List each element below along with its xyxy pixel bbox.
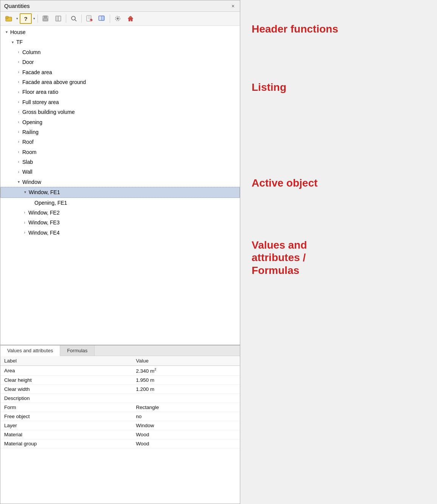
tree-item-window-fe3[interactable]: ›Window, FE3 [0, 218, 240, 227]
tree-item-facade-area-above[interactable]: ›Facade area above ground [0, 77, 240, 87]
row-value: Wood [132, 430, 240, 439]
svg-rect-25 [129, 16, 132, 18]
collapse-icon[interactable]: ▾ [16, 179, 22, 185]
expand-icon[interactable]: › [16, 89, 22, 95]
svg-rect-6 [43, 19, 48, 20]
row-label: Free object [0, 412, 132, 421]
tree-item-slab[interactable]: ›Slab [0, 157, 240, 167]
folder-button[interactable] [3, 13, 15, 24]
tree-item-full-storey-area[interactable]: ›Full storey area [0, 97, 240, 107]
tree-item-room[interactable]: ›Room [0, 147, 240, 157]
table-row: LayerWindow [0, 421, 240, 430]
tree-item-roof[interactable]: ›Roof [0, 137, 240, 147]
toolbar: ▾ ? ▾ [0, 12, 240, 26]
help-button[interactable]: ? [20, 13, 32, 24]
expand-icon[interactable]: › [16, 69, 22, 75]
report-button[interactable]: § [83, 13, 95, 24]
tree-item-tf[interactable]: ▾TF [0, 37, 240, 47]
tree-item-gross-building-volume[interactable]: ›Gross building volume [0, 107, 240, 117]
table-row: Area2.340 m2 [0, 366, 240, 376]
tree-container[interactable]: ▾House▾TF›Column›Door›Facade area›Facade… [0, 26, 240, 345]
expand-icon[interactable]: › [22, 230, 28, 236]
table-row: Clear height1.950 m [0, 375, 240, 384]
expand-icon[interactable]: › [22, 220, 28, 226]
expand-icon[interactable]: › [22, 210, 28, 216]
values-table-container[interactable]: Label Value Area2.340 m2Clear height1.95… [0, 356, 240, 504]
tree-item-label: Column [22, 48, 40, 56]
collapse-icon[interactable]: ▾ [3, 29, 9, 35]
row-value: no [132, 412, 240, 421]
home-button[interactable] [124, 13, 137, 24]
expand-icon[interactable]: › [16, 119, 22, 125]
expand-icon[interactable]: › [16, 159, 22, 165]
svg-rect-9 [58, 16, 61, 21]
tab-formulas-tab[interactable]: Formulas [60, 345, 95, 356]
tree-item-wall[interactable]: ›Wall [0, 167, 240, 177]
expand-icon[interactable]: › [16, 169, 22, 175]
table-row: Clear width1.200 m [0, 384, 240, 394]
collapse-icon[interactable]: ▾ [22, 189, 28, 195]
book-button[interactable] [52, 13, 64, 24]
values-table: Label Value Area2.340 m2Clear height1.95… [0, 356, 240, 448]
collapse-icon[interactable]: ▾ [9, 39, 16, 45]
folder-dropdown-arrow[interactable]: ▾ [16, 16, 19, 21]
expand-icon[interactable]: › [16, 139, 22, 145]
tree-item-window-fe2[interactable]: ›Window, FE2 [0, 208, 240, 218]
row-label: Clear width [0, 384, 132, 394]
settings-button[interactable] [112, 13, 124, 24]
table-row: Description [0, 394, 240, 403]
row-value: Window [132, 421, 240, 430]
row-label: Form [0, 403, 132, 412]
expand-icon[interactable]: › [16, 99, 22, 105]
svg-point-11 [72, 16, 75, 20]
tree-item-railing[interactable]: ›Railing [0, 127, 240, 137]
title-bar: Quantities × [0, 0, 240, 12]
annotation-listing: Listing [252, 81, 426, 94]
tree-item-opening[interactable]: ›Opening [0, 117, 240, 127]
search-button[interactable] [68, 13, 80, 24]
tree-item-label: Gross building volume [22, 108, 75, 116]
expand-icon[interactable]: › [16, 49, 22, 55]
close-button[interactable]: × [230, 3, 236, 9]
tab-values-tab[interactable]: Values and attributes [0, 345, 60, 356]
annotation-active-object: Active object [252, 177, 426, 190]
tree-item-label: Opening [22, 118, 42, 126]
tree-item-column[interactable]: ›Column [0, 47, 240, 57]
toolbar-separator-3 [81, 14, 82, 23]
row-value: Wood [132, 439, 240, 448]
row-label: Clear height [0, 375, 132, 384]
table-row: Material groupWood [0, 439, 240, 448]
svg-rect-15 [88, 17, 91, 18]
tree-item-label: Facade area [22, 68, 52, 76]
expand-icon[interactable]: › [16, 79, 22, 85]
expand-icon[interactable]: › [16, 149, 22, 155]
svg-point-22 [117, 17, 119, 20]
tree-item-label: Window, FE1 [29, 188, 60, 196]
tree-item-label: TF [16, 38, 23, 46]
expand-icon[interactable]: › [16, 109, 22, 115]
annotation-values-label: Values and attributes / Formulas [252, 239, 426, 277]
tree-item-opening-fe1[interactable]: Opening, FE1 [0, 198, 240, 208]
tree-item-floor-area-ratio[interactable]: ›Floor area ratio [0, 87, 240, 97]
help-dropdown-arrow[interactable]: ▾ [33, 16, 36, 21]
export-button[interactable] [96, 13, 108, 24]
expand-icon[interactable]: › [16, 59, 22, 65]
tabs-row: Values and attributesFormulas [0, 345, 240, 356]
row-label: Description [0, 394, 132, 403]
annotation-header-functions: Header functions [252, 23, 426, 36]
save-button[interactable] [39, 13, 51, 24]
svg-line-12 [75, 20, 76, 21]
window-title: Quantities [4, 3, 30, 9]
table-row: FormRectangle [0, 403, 240, 412]
tree-item-window-fe4[interactable]: ›Window, FE4 [0, 228, 240, 238]
tree-item-window[interactable]: ▾Window [0, 177, 240, 187]
tree-list: ▾House▾TF›Column›Door›Facade area›Facade… [0, 26, 240, 239]
tree-item-house[interactable]: ▾House [0, 27, 240, 37]
tree-item-window-fe1[interactable]: ▾Window, FE1 [0, 187, 240, 198]
tree-item-door[interactable]: ›Door [0, 57, 240, 67]
row-label: Layer [0, 421, 132, 430]
expand-icon[interactable]: › [16, 129, 22, 135]
tree-item-facade-area[interactable]: ›Facade area [0, 67, 240, 77]
row-value: 1.950 m [132, 375, 240, 384]
row-label: Area [0, 366, 132, 376]
